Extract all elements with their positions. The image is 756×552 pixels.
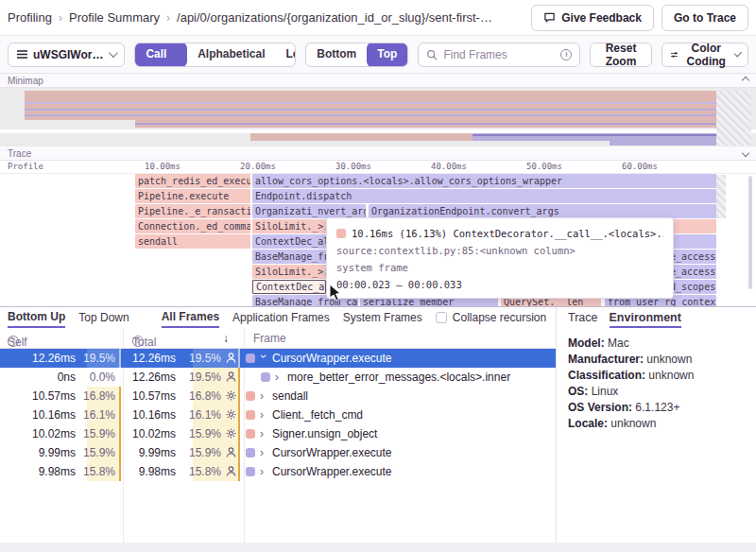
profiling-flamegraph-app: Profiling › Profile Summary › /api/0/org…: [0, 0, 756, 552]
tab-top-down[interactable]: Top Down: [78, 309, 129, 327]
sort-alphabetical-button[interactable]: Alphabetical: [187, 43, 275, 67]
find-frames-search[interactable]: i: [418, 43, 580, 67]
tab-trace[interactable]: Trace: [568, 311, 598, 328]
chevron-right-icon[interactable]: ›: [260, 446, 267, 459]
environment-field: Manufacturer: unknown: [568, 352, 756, 368]
bottom-up-button[interactable]: Bottom Up: [306, 43, 367, 67]
tab-all-frames[interactable]: All Frames: [162, 308, 219, 328]
table-row[interactable]: 10.16ms16.1%10.16ms16.1%›Client._fetch_c…: [0, 405, 556, 424]
frame-cell[interactable]: ›CursorWrapper.execute: [246, 349, 392, 368]
frame-cell[interactable]: ›CursorWrapper.execute: [246, 462, 392, 481]
self-pct-cell: 16.1%: [81, 408, 115, 422]
table-row[interactable]: 12.26ms19.5%12.26ms19.5%›CursorWrapper.e…: [0, 349, 556, 368]
table-row[interactable]: 0ns0.0%12.26ms19.5%›more_better_error_me…: [0, 368, 556, 387]
tooltip-frame-swatch: [336, 229, 346, 238]
minimap-canvas[interactable]: [0, 88, 756, 147]
tab-system-frames[interactable]: System Frames: [343, 309, 422, 327]
color-coding-button[interactable]: Color Coding: [662, 43, 748, 67]
chevron-down-icon[interactable]: ›: [257, 354, 270, 362]
self-time-cell: 12.26ms: [19, 352, 76, 365]
go-to-trace-button[interactable]: Go to Trace: [662, 5, 748, 31]
frame-header[interactable]: Frame: [253, 332, 286, 345]
breadcrumb-separator: ›: [59, 11, 62, 25]
frame-cell[interactable]: ›CursorWrapper.execute: [246, 443, 392, 462]
checkbox-box[interactable]: [436, 312, 447, 323]
chevron-right-icon[interactable]: ›: [260, 408, 267, 422]
thread-selector-dropdown[interactable]: uWSGIWor…: [8, 43, 125, 67]
search-icon: [426, 49, 438, 60]
chevron-right-icon[interactable]: ›: [275, 371, 283, 384]
trace-section-header[interactable]: Trace: [0, 147, 756, 161]
minimap-band: [610, 141, 716, 146]
frame-cell[interactable]: ›Client._fetch_cmd: [246, 405, 363, 424]
flame-frame[interactable]: Connection._ed_command: [135, 219, 250, 233]
chevron-down-icon: [734, 49, 742, 57]
tab-application-frames[interactable]: Application Frames: [232, 309, 330, 327]
table-row[interactable]: 10.02ms15.9%10.02ms15.9%›Signer.unsign_o…: [0, 424, 556, 443]
search-input[interactable]: [443, 48, 555, 61]
self-time-cell: 9.99ms: [19, 446, 76, 459]
sort-call-order-button[interactable]: Call Order: [135, 43, 187, 67]
system-frame-icon: [225, 389, 238, 403]
flame-frame[interactable]: allow_cors_options.<locals>.allow_cors_o…: [252, 174, 716, 188]
flame-frame[interactable]: Organizati_nvert_args: [252, 204, 366, 218]
environment-field: Model: Mac: [568, 336, 756, 352]
go-to-trace-label: Go to Trace: [674, 11, 736, 25]
tab-bottom-up[interactable]: Bottom Up: [8, 308, 65, 328]
collapse-recursion-checkbox[interactable]: Collapse recursion: [436, 311, 546, 324]
application-frame-icon: [225, 371, 238, 384]
table-row[interactable]: 9.98ms15.8%9.98ms15.8%›CursorWrapper.exe…: [0, 462, 556, 481]
flame-frame[interactable]: patch_redis_ed_execute: [135, 174, 250, 188]
frame-cell[interactable]: ›sendall: [246, 387, 308, 405]
frame-name: Client._fetch_cmd: [272, 408, 363, 422]
flame-frame[interactable]: Endpoint.dispatch: [252, 189, 716, 203]
frame-color-swatch: [246, 410, 255, 420]
chevron-right-icon[interactable]: ›: [260, 465, 267, 478]
flame-frame[interactable]: Pipeline._e_ransaction: [135, 204, 250, 218]
ruler-tick: 30.00ms: [325, 162, 382, 171]
frame-table-rows: 12.26ms19.5%12.26ms19.5%›CursorWrapper.e…: [0, 349, 556, 481]
frame-cell[interactable]: ›Signer.unsign_object: [246, 424, 377, 443]
flame-frame[interactable]: [673, 234, 716, 249]
flame-scrollbar[interactable]: [748, 176, 752, 289]
reset-zoom-button[interactable]: Reset Zoom: [590, 43, 651, 67]
flame-frame[interactable]: OrganizationEndpoint.convert_args: [369, 204, 716, 218]
give-feedback-button[interactable]: Give Feedback: [531, 5, 654, 31]
reset-zoom-label: Reset Zoom: [599, 42, 642, 68]
table-row[interactable]: 9.99ms15.9%9.99ms15.9%›CursorWrapper.exe…: [0, 443, 556, 462]
info-icon: ?: [8, 336, 19, 347]
sort-left-heavy-button[interactable]: Left Heavy: [275, 43, 296, 67]
flamegraph-toolbar: uWSGIWor… Call Order Alphabetical Left H…: [0, 36, 756, 74]
flame-frame-selected[interactable]: ContextDec_als>.i: [252, 280, 326, 294]
frame-color-swatch: [246, 448, 255, 457]
flame-frame[interactable]: [673, 219, 716, 233]
frame-cell[interactable]: ›more_better_error_messages.<locals>.inn…: [261, 368, 510, 387]
total-pct-cell: 19.5%: [187, 352, 221, 365]
breadcrumb-separator: ›: [166, 11, 170, 25]
table-row[interactable]: 10.57ms16.8%10.57ms16.8%›sendall: [0, 387, 556, 405]
chevron-right-icon[interactable]: ›: [260, 389, 267, 403]
flame-frame[interactable]: SiloLimit._>.over: [252, 219, 326, 233]
breadcrumb-profile-summary[interactable]: Profile Summary: [69, 10, 160, 25]
frame-color-swatch: [246, 467, 255, 476]
sort-direction-icon[interactable]: ↓: [223, 332, 229, 345]
minimap-section-header[interactable]: Minimap: [0, 74, 756, 88]
flame-frame[interactable]: sendall: [135, 234, 250, 249]
self-pct-cell: 15.8%: [81, 465, 115, 478]
flame-frame[interactable]: BaseManage_from_c: [252, 250, 326, 264]
breadcrumb: Profiling › Profile Summary › /api/0/org…: [8, 10, 492, 25]
chevron-right-icon[interactable]: ›: [260, 427, 267, 440]
breadcrumb-transaction[interactable]: /api/0/organizations/{organization_id_or…: [177, 10, 492, 25]
self-pct-cell: 16.8%: [81, 389, 115, 403]
flame-frame[interactable]: Pipeline.execute: [135, 189, 250, 203]
direction-segmented-control: Bottom Up Top Down: [305, 43, 408, 67]
ruler-tick: 40.00ms: [421, 162, 477, 171]
flame-frame[interactable]: SiloLimit._>.over: [252, 265, 326, 279]
tab-environment[interactable]: Environment: [610, 311, 681, 328]
environment-field: Locale: unknown: [568, 416, 756, 432]
breadcrumb-profiling[interactable]: Profiling: [8, 10, 52, 25]
flame-frame[interactable]: ContextDec_als>.i: [252, 234, 326, 249]
top-down-button[interactable]: Top Down: [367, 43, 408, 67]
time-ruler: Profile 10.00ms20.00ms30.00ms40.00ms50.0…: [0, 161, 756, 174]
give-feedback-label: Give Feedback: [561, 11, 642, 25]
